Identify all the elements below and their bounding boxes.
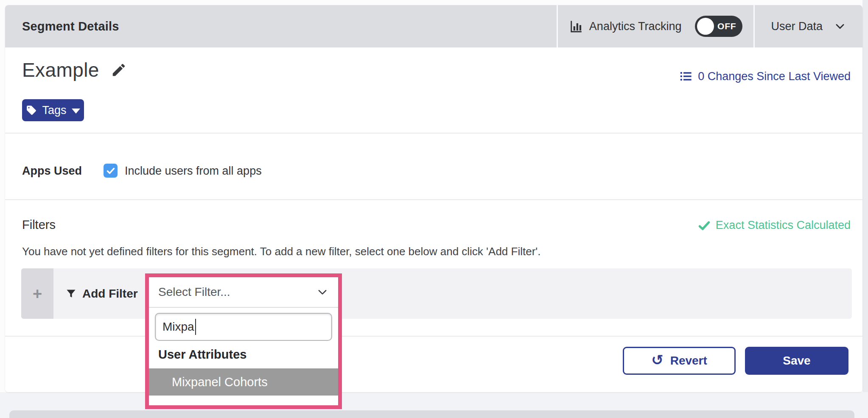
tags-button-label: Tags	[42, 104, 66, 117]
dropdown-option-mixpanel-cohorts[interactable]: Mixpanel Cohorts	[149, 368, 338, 396]
add-filter-button[interactable]: Add Filter	[65, 287, 138, 301]
revert-button[interactable]: ↺ Revert	[623, 347, 736, 375]
section-divider	[5, 336, 862, 337]
toggle-state-label: OFF	[717, 21, 736, 31]
page-title: Segment Details	[22, 20, 119, 33]
next-section-bar	[9, 410, 854, 418]
checkmark-icon	[106, 166, 116, 176]
segment-name: Example	[22, 59, 99, 81]
include-all-apps-checkbox[interactable]	[104, 164, 118, 178]
tags-button[interactable]: Tags	[22, 99, 84, 121]
tag-icon	[26, 105, 37, 116]
card-header: Segment Details Analytics Tracking OFF	[5, 5, 862, 47]
changes-since-last-viewed-link[interactable]: 0 Changes Since Last Viewed	[679, 70, 851, 83]
text-cursor	[195, 319, 196, 335]
user-data-dropdown[interactable]: User Data	[755, 5, 862, 47]
bar-chart-icon	[569, 19, 583, 33]
scrollbar-gutter	[862, 0, 868, 418]
dropdown-group-header: User Attributes	[149, 348, 338, 362]
add-filter-label: Add Filter	[82, 287, 138, 301]
analytics-tracking-label: Analytics Tracking	[589, 20, 682, 33]
section-divider	[5, 133, 862, 134]
section-divider	[5, 199, 862, 200]
filter-search-value: Mixpa	[162, 320, 194, 334]
exact-statistics-label: Exact Statistics Calculated	[716, 219, 851, 232]
segment-details-card: Segment Details Analytics Tracking OFF	[5, 5, 862, 392]
add-filter-plus-button[interactable]: +	[21, 268, 53, 319]
analytics-tracking-toggle[interactable]: OFF	[695, 16, 742, 37]
edit-name-button[interactable]	[110, 61, 127, 78]
filters-heading: Filters	[22, 218, 56, 232]
check-icon	[698, 219, 711, 232]
save-button-label: Save	[783, 354, 810, 368]
change-list-icon	[679, 70, 693, 83]
revert-button-label: Revert	[670, 354, 707, 368]
filter-search-input[interactable]: Mixpa	[155, 313, 332, 341]
changes-link-label: 0 Changes Since Last Viewed	[698, 70, 851, 83]
filter-select-value: Select Filter...	[158, 285, 230, 299]
exact-statistics-status: Exact Statistics Calculated	[698, 219, 851, 232]
include-all-apps-label: Include users from all apps	[125, 164, 262, 178]
filter-select[interactable]: Select Filter...	[149, 277, 338, 308]
header-right-group: Analytics Tracking OFF User Data	[557, 5, 862, 47]
caret-down-icon	[72, 109, 80, 114]
chevron-down-icon	[834, 20, 846, 33]
pencil-icon	[111, 62, 127, 78]
chevron-down-icon	[316, 286, 329, 298]
plus-icon: +	[33, 286, 42, 302]
toggle-knob	[697, 18, 714, 35]
funnel-icon	[65, 288, 77, 299]
save-button[interactable]: Save	[745, 347, 848, 375]
annotation-highlight-box: Select Filter... Mixpa User Attributes M…	[145, 273, 342, 409]
revert-icon: ↺	[651, 353, 664, 367]
analytics-tracking-section: Analytics Tracking OFF	[558, 5, 754, 47]
filters-empty-message: You have not yet defined filters for thi…	[22, 245, 541, 258]
segment-title-row: Example	[22, 59, 127, 81]
user-data-label: User Data	[771, 20, 823, 33]
apps-used-label: Apps Used	[22, 164, 82, 178]
